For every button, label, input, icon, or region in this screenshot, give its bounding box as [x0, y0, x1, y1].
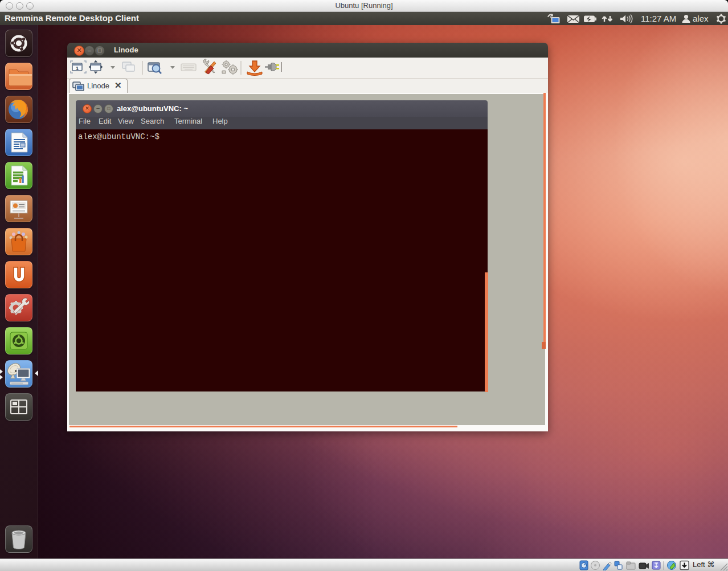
svg-text:1: 1 — [76, 66, 79, 71]
